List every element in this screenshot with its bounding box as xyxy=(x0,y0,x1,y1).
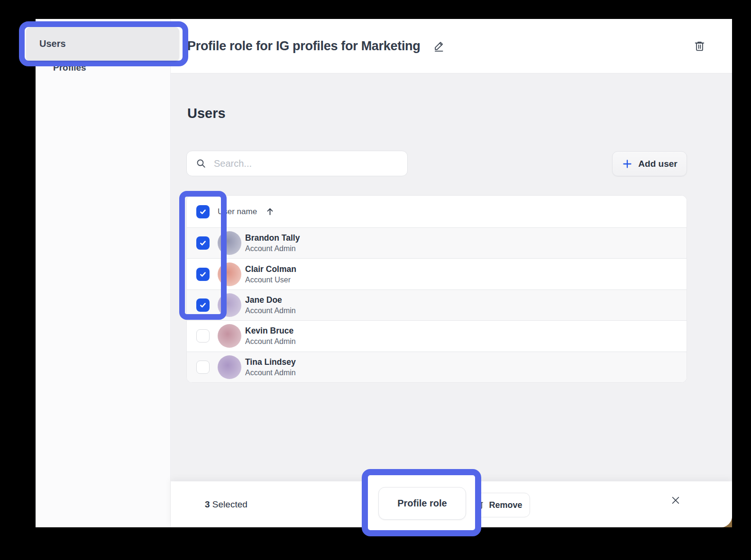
sort-ascending-icon[interactable] xyxy=(266,207,275,216)
table-row[interactable]: Brandon Tally Account Admin xyxy=(187,227,687,258)
table-row[interactable]: Clair Colman Account User xyxy=(187,258,687,289)
user-role: Account Admin xyxy=(245,244,300,253)
table-header: User name xyxy=(187,196,687,227)
screen-background: Profiles Profile role for IG profiles fo… xyxy=(0,0,751,560)
edit-title-icon[interactable] xyxy=(432,40,445,53)
selected-count-number: 3 xyxy=(205,499,210,509)
selected-count-label: Selected xyxy=(212,499,247,509)
trash-icon[interactable] xyxy=(694,40,705,53)
section-heading: Users xyxy=(187,106,226,121)
table-row[interactable]: Tina Lindsey Account Admin xyxy=(187,352,687,382)
add-user-label: Add user xyxy=(638,159,677,169)
row-checkbox[interactable] xyxy=(196,361,210,374)
header: Profile role for IG profiles for Marketi… xyxy=(171,19,732,73)
profile-role-button[interactable]: Profile role xyxy=(378,487,466,520)
user-cell: Clair Colman Account User xyxy=(245,264,296,284)
row-checkbox[interactable] xyxy=(196,329,210,343)
search-icon xyxy=(195,158,207,169)
sidebar: Profiles xyxy=(36,19,171,527)
search-box[interactable] xyxy=(186,151,408,176)
search-input[interactable] xyxy=(213,158,393,170)
page-title: Profile role for IG profiles for Marketi… xyxy=(187,39,420,54)
user-role: Account Admin xyxy=(245,337,296,346)
user-role: Account Admin xyxy=(245,369,296,377)
user-name: Jane Doe xyxy=(245,295,296,305)
avatar xyxy=(218,324,241,348)
user-role: Account Admin xyxy=(245,307,296,315)
user-cell: Jane Doe Account Admin xyxy=(245,295,296,315)
user-name: Kevin Bruce xyxy=(245,326,296,336)
table-row[interactable]: Jane Doe Account Admin xyxy=(187,289,687,320)
annotation-profile-role: Profile role xyxy=(362,469,481,536)
avatar xyxy=(218,355,241,379)
sidebar-item-users[interactable]: Users xyxy=(26,27,179,61)
user-role: Account User xyxy=(245,276,296,284)
plus-icon xyxy=(622,158,633,170)
user-cell: Tina Lindsey Account Admin xyxy=(245,357,296,377)
users-table: User name Brandon Tally Account Admin Cl… xyxy=(186,195,687,383)
user-name: Brandon Tally xyxy=(245,233,300,243)
add-user-button[interactable]: Add user xyxy=(612,151,687,176)
remove-label: Remove xyxy=(489,500,522,510)
user-cell: Brandon Tally Account Admin xyxy=(245,233,300,253)
user-name: Tina Lindsey xyxy=(245,357,296,367)
table-row[interactable]: Kevin Bruce Account Admin xyxy=(187,320,687,351)
app-window: Profiles Profile role for IG profiles fo… xyxy=(36,19,732,527)
annotation-selected-checkboxes xyxy=(179,191,227,320)
table-body: Brandon Tally Account Admin Clair Colman… xyxy=(187,227,687,382)
main-content: Users Add user xyxy=(171,73,732,481)
annotation-users-nav: Users xyxy=(19,21,188,66)
selected-count: 3 Selected xyxy=(205,499,247,510)
user-cell: Kevin Bruce Account Admin xyxy=(245,326,296,346)
user-name: Clair Colman xyxy=(245,264,296,274)
close-icon[interactable] xyxy=(666,491,685,510)
